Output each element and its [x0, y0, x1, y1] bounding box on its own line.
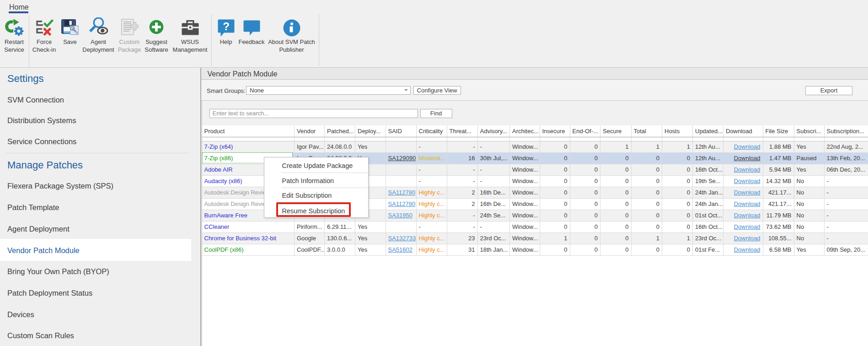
svg-text:?: ? — [223, 20, 230, 32]
